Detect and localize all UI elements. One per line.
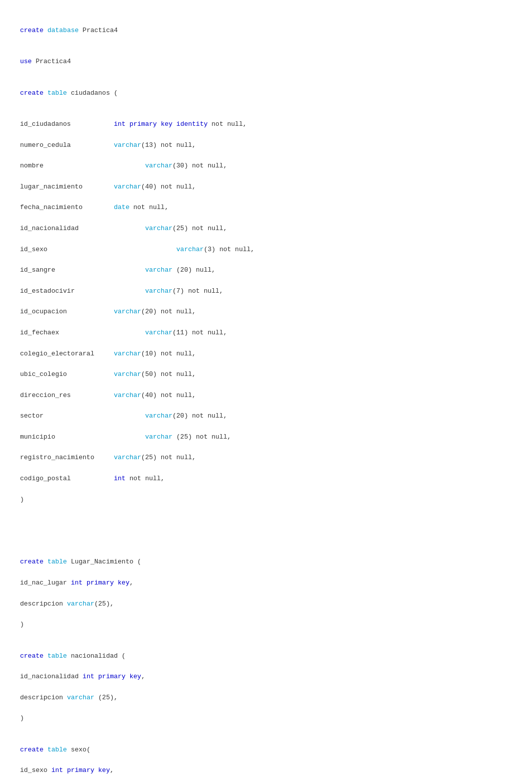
space-3 <box>114 579 118 587</box>
type-date-1: date <box>114 204 129 211</box>
type-varchar-9: varchar <box>145 329 173 336</box>
type-varchar-8: varchar <box>114 308 141 315</box>
space-5 <box>94 766 98 774</box>
col-nombre: nombre <box>20 162 145 169</box>
col-11-rest: (11) not null, <box>172 329 227 336</box>
line-1: create database Practica4 <box>20 26 512 36</box>
col-20-rest: (25), <box>94 600 114 608</box>
line-2: use Practica4 <box>20 57 512 67</box>
keyword-table-4: table <box>48 746 67 753</box>
kw-primary-3: primary <box>98 673 126 680</box>
keyword-table-1: table <box>48 89 67 97</box>
keyword-database: database <box>48 27 79 34</box>
line-27: create table nacionalidad ( <box>20 651 512 662</box>
type-varchar-1: varchar <box>114 141 141 149</box>
col-id-sexo: id_sexo <box>20 246 176 253</box>
type-varchar-2: varchar <box>145 162 173 169</box>
col-10-rest: (20) not null, <box>141 308 196 315</box>
col-id-fechaex: id_fechaex <box>20 329 145 336</box>
line-9: id_nacionalidad varchar(25) not null, <box>20 224 512 234</box>
kw-key-2: key <box>118 579 129 587</box>
kw-key-1: key <box>161 120 172 128</box>
line-11: id_sangre varchar (20) null, <box>20 265 512 276</box>
keyword-create-5: create <box>20 746 44 753</box>
col-municipio: municipio <box>20 433 145 441</box>
col-descripcion-2: descripcion <box>20 694 67 701</box>
col-22-rest: (25), <box>94 694 118 701</box>
col-3-rest: (30) not null, <box>172 162 227 169</box>
line-14: id_fechaex varchar(11) not null, <box>20 328 512 338</box>
db-name: Practica4 <box>83 27 118 34</box>
line-18: sector varchar(20) not null, <box>20 411 512 422</box>
col-1-end: not null, <box>208 120 247 128</box>
col-13-rest: (50) not null, <box>141 370 196 378</box>
kw-key-3: key <box>129 673 141 680</box>
line-blank-1 <box>20 526 512 536</box>
use-db-name: Practica4 <box>36 58 71 65</box>
col-id-sangre: id_sangre <box>20 266 145 274</box>
line-21: codigo_postal int not null, <box>20 474 512 484</box>
type-varchar-6: varchar <box>145 266 173 274</box>
table-name-nacionalidad: nacionalidad ( <box>71 652 125 660</box>
keyword-create-4: create <box>20 652 44 660</box>
col-id-estadocivir: id_estadocivir <box>20 287 145 295</box>
type-varchar-5: varchar <box>176 246 204 253</box>
closing-paren-2: ) <box>20 621 24 628</box>
line-19: municipio varchar (25) not null, <box>20 432 512 443</box>
keyword-table-2: table <box>48 558 67 565</box>
keyword-create: create <box>20 27 44 34</box>
line-23: create table Lugar_Nacimiento ( <box>20 557 512 567</box>
line-8: fecha_nacimiento date not null, <box>20 203 512 213</box>
line-4: id_ciudadanos int primary key identity n… <box>20 119 512 130</box>
closing-paren-3: ) <box>20 714 24 722</box>
line-12: id_estadocivir varchar(7) not null, <box>20 286 512 297</box>
keyword-table-3: table <box>48 652 67 660</box>
kw-key-4: key <box>98 766 110 774</box>
line-24: id_nac_lugar int primary key, <box>20 578 512 589</box>
line-17: direccion_res varchar(40) not null, <box>20 391 512 401</box>
keyword-create-3: create <box>20 558 44 565</box>
type-varchar-15: varchar <box>114 454 141 461</box>
type-int-3: int <box>71 579 82 587</box>
col-19-end: , <box>129 579 133 587</box>
col-ubic-colegio: ubic_colegio <box>20 370 114 378</box>
kw-primary-2: primary <box>87 579 114 587</box>
table-name-ciudadanos: ciudadanos ( <box>71 89 118 97</box>
col-18-rest: not null, <box>126 475 165 482</box>
col-direccion-res: direccion_res <box>20 392 114 399</box>
type-varchar-16: varchar <box>67 600 95 608</box>
col-7-rest: (3) not null, <box>204 246 254 253</box>
space-1 <box>157 120 161 128</box>
line-29: descripcion varchar (25), <box>20 693 512 703</box>
line-20: registro_nacimiento varchar(25) not null… <box>20 453 512 463</box>
type-varchar-7: varchar <box>145 287 173 295</box>
type-varchar-14: varchar <box>145 433 173 441</box>
kw-primary-1: primary <box>129 120 157 128</box>
type-varchar-3: varchar <box>114 183 141 190</box>
kw-primary-4: primary <box>67 766 95 774</box>
line-5: numero_cedula varchar(13) not null, <box>20 140 512 151</box>
col-4-rest: (40) not null, <box>141 183 196 190</box>
col-id-nac-lugar: id_nac_lugar <box>20 579 71 587</box>
col-14-rest: (40) not null, <box>141 392 196 399</box>
type-varchar-12: varchar <box>114 392 141 399</box>
type-int-4: int <box>83 673 94 680</box>
line-7: lugar_nacimiento varchar(40) not null, <box>20 182 512 192</box>
type-int-5: int <box>51 766 63 774</box>
line-32: id_sexo int primary key, <box>20 765 512 776</box>
col-16-rest: (25) not null, <box>172 433 231 441</box>
line-25: descripcion varchar(25), <box>20 599 512 610</box>
col-6-rest: (25) not null, <box>172 225 227 232</box>
col-9-rest: (7) not null, <box>172 287 223 295</box>
type-varchar-17: varchar <box>67 694 95 701</box>
col-numero-cedula: numero_cedula <box>20 141 114 149</box>
col-fecha-nacimiento: fecha_nacimiento <box>20 204 114 211</box>
table-name-lugar-nacimiento: Lugar_Nacimiento ( <box>71 558 141 565</box>
col-23-end: , <box>110 766 114 774</box>
space-2 <box>172 120 176 128</box>
col-12-rest: (10) not null, <box>141 350 196 357</box>
line-16: ubic_colegio varchar(50) not null, <box>20 369 512 380</box>
line-26: ) <box>20 620 512 630</box>
table-name-sexo: sexo( <box>71 746 90 753</box>
col-19-rest <box>83 579 87 587</box>
